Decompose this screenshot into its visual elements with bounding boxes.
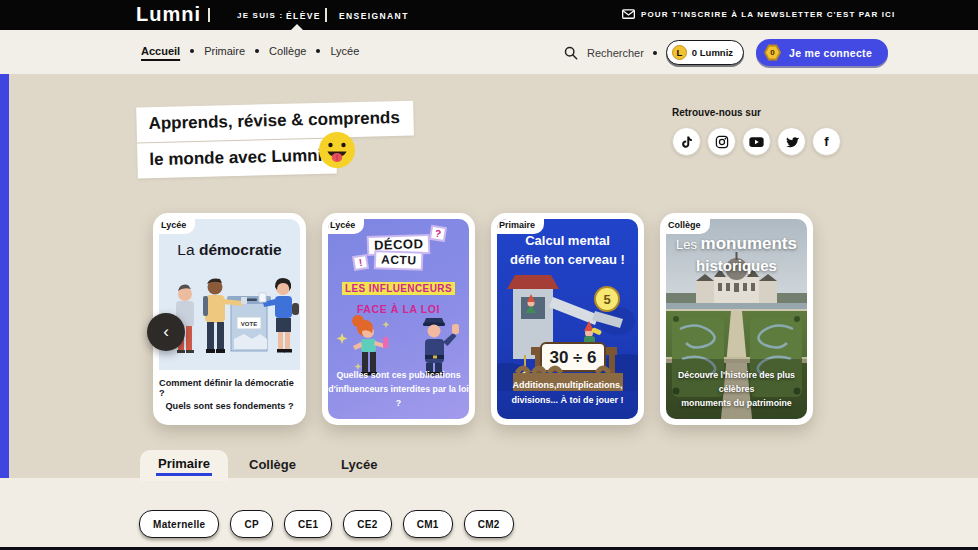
search-label[interactable]: Rechercher bbox=[587, 47, 644, 59]
tab-college[interactable]: Collège bbox=[249, 457, 296, 472]
login-button[interactable]: 0 Je me connecte bbox=[756, 39, 888, 66]
question-mark-box: ? bbox=[432, 227, 446, 240]
level-pill-ce1[interactable]: CE1 bbox=[284, 510, 332, 538]
decodactu-logo: DÉCOD ACTU ? ! bbox=[359, 235, 439, 271]
nav-links: Accueil Primaire Collège Lycée bbox=[141, 45, 359, 57]
dot-separator bbox=[190, 49, 194, 53]
nav-link-lycee[interactable]: Lycée bbox=[330, 45, 359, 57]
nav-link-accueil[interactable]: Accueil bbox=[141, 45, 180, 57]
lumniz-count-label: 0 Lumniz bbox=[692, 47, 733, 58]
lumni-homepage: Lumni JE SUIS : ÉLÈVE ENSEIGNANT POUR T'… bbox=[0, 0, 978, 550]
nav-link-primaire[interactable]: Primaire bbox=[204, 45, 245, 57]
left-accent-bar bbox=[0, 74, 9, 547]
level-pill-cm2[interactable]: CM2 bbox=[464, 510, 514, 538]
tiktok-icon[interactable] bbox=[672, 127, 701, 156]
envelope-icon bbox=[622, 9, 635, 19]
tab-lycee[interactable]: Lycée bbox=[341, 457, 377, 472]
card-title: Les monuments historiques bbox=[666, 233, 807, 276]
level-badge: Lycée bbox=[328, 219, 364, 234]
main-nav: Accueil Primaire Collège Lycée Recherche… bbox=[0, 30, 978, 74]
newsletter-label: POUR T'INSCRIRE À LA NEWSLETTER C'EST PA… bbox=[641, 10, 895, 19]
svg-text:5: 5 bbox=[603, 292, 610, 307]
level-pill-cm1[interactable]: CM1 bbox=[403, 510, 453, 538]
nav-actions: Rechercher L 0 Lumniz 0 Je me connecte bbox=[564, 39, 888, 66]
heading-line-1: Apprends, révise & comprends bbox=[136, 101, 414, 143]
level-badge: Collège bbox=[666, 219, 710, 234]
card-description: Découvre l'histoire des plus célèbres mo… bbox=[666, 368, 807, 410]
card-influenceurs-loi[interactable]: DÉCOD ACTU ? ! LES INFLUENCEURS FACE À L… bbox=[322, 213, 475, 425]
card-description: Quelles sont ces publications d'influenc… bbox=[328, 368, 469, 410]
svg-text:30 ÷ 6: 30 ÷ 6 bbox=[549, 348, 596, 367]
hex-coin-icon: 0 bbox=[764, 44, 781, 61]
social-label: Retrouve-nous sur bbox=[672, 107, 841, 118]
newsletter-link[interactable]: POUR T'INSCRIRE À LA NEWSLETTER C'EST PA… bbox=[622, 9, 895, 19]
tab-primaire-label: Primaire bbox=[156, 456, 212, 476]
level-pill-ce2[interactable]: CE2 bbox=[343, 510, 391, 538]
youtube-icon[interactable] bbox=[742, 127, 771, 156]
lumniz-counter[interactable]: L 0 Lumniz bbox=[666, 40, 744, 65]
lumni-logo[interactable]: Lumni bbox=[136, 3, 201, 26]
divider bbox=[208, 8, 210, 22]
card-monuments-historiques[interactable]: Les monuments historiques Découvre l'his… bbox=[660, 213, 813, 425]
exclamation-box: ! bbox=[354, 256, 367, 269]
card-title: La démocratie bbox=[159, 241, 300, 259]
level-badge: Primaire bbox=[497, 219, 544, 234]
role-tab-enseignant[interactable]: ENSEIGNANT bbox=[339, 11, 409, 21]
card-description: Comment définir la démocratie ? Quels so… bbox=[159, 370, 300, 419]
hero-section: Apprends, révise & comprends le monde av… bbox=[9, 74, 978, 478]
level-pill-maternelle[interactable]: Maternelle bbox=[139, 510, 219, 538]
card-content: DÉCOD ACTU ? ! LES INFLUENCEURS FACE À L… bbox=[328, 219, 469, 419]
carousel-prev-button[interactable]: ‹ bbox=[147, 313, 185, 351]
card-content: Les monuments historiques Découvre l'his… bbox=[666, 219, 807, 419]
login-button-label: Je me connecte bbox=[789, 47, 872, 59]
card-calcul-mental[interactable]: Calcul mental défie ton cerveau ! bbox=[491, 213, 644, 425]
card-title: LES INFLUENCEURS FACE À LA LOI bbox=[328, 277, 469, 319]
tongue-out-emoji-icon bbox=[318, 131, 356, 169]
svg-text:VOTE: VOTE bbox=[241, 321, 257, 327]
vote-illustration: VOTE bbox=[159, 265, 300, 370]
social-block: Retrouve-nous sur bbox=[672, 107, 841, 156]
math-game-illustration: 5 30 ÷ 6 bbox=[497, 261, 638, 391]
lumniz-coin-icon: L bbox=[672, 45, 687, 60]
card-illustration-area: La démocratie VOTE bbox=[159, 219, 300, 370]
dot-separator bbox=[653, 51, 657, 55]
role-tab-eleve[interactable]: ÉLÈVE bbox=[286, 11, 321, 21]
tab-primaire[interactable]: Primaire bbox=[140, 450, 228, 481]
instagram-icon[interactable] bbox=[707, 127, 736, 156]
dot-separator bbox=[316, 49, 320, 53]
search-icon[interactable] bbox=[564, 46, 578, 60]
facebook-icon[interactable]: f bbox=[812, 127, 841, 156]
social-icons-row: f bbox=[672, 127, 841, 156]
divider bbox=[325, 8, 327, 22]
card-content: Calcul mental défie ton cerveau ! bbox=[497, 219, 638, 419]
twitter-icon[interactable] bbox=[777, 127, 806, 156]
card-description: Additions,multiplications, divisions... … bbox=[497, 378, 638, 407]
level-pill-cp[interactable]: CP bbox=[230, 510, 273, 538]
level-badge: Lycée bbox=[159, 219, 195, 234]
level-pills-row: Maternelle CP CE1 CE2 CM1 CM2 bbox=[139, 510, 514, 538]
top-bar: Lumni JE SUIS : ÉLÈVE ENSEIGNANT POUR T'… bbox=[0, 0, 978, 30]
je-suis-label: JE SUIS : bbox=[237, 11, 283, 20]
nav-link-college[interactable]: Collège bbox=[269, 45, 306, 57]
dot-separator bbox=[255, 49, 259, 53]
heading-line-2: le monde avec Lumni bbox=[137, 139, 337, 179]
page-title: Apprends, révise & comprends le monde av… bbox=[136, 101, 415, 179]
